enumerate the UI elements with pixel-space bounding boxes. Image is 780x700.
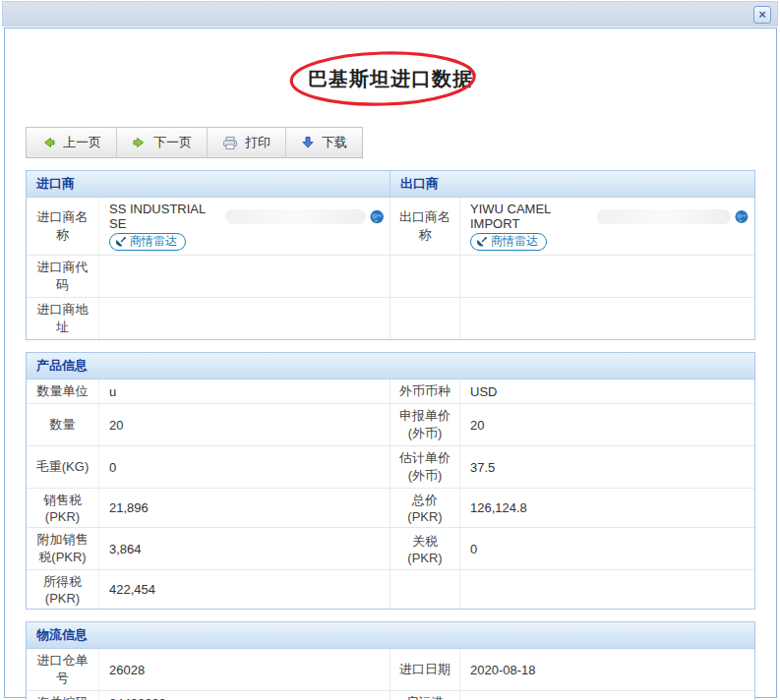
field-value: 0: [99, 445, 390, 488]
field-value: USD: [460, 379, 754, 403]
field-label: 总价(PKR): [390, 488, 460, 527]
field-label: 外币币种: [390, 379, 460, 403]
logistics-section: 物流信息 进口仓单号 26028 进口日期 2020-08-18 海关编码 84…: [26, 621, 755, 700]
logistics-table: 进口仓单号 26028 进口日期 2020-08-18 海关编码 8449000…: [27, 649, 754, 700]
dialog-window: × 巴基斯坦进口数据 上一页 下一页: [0, 0, 780, 700]
prev-page-label: 上一页: [63, 134, 101, 151]
product-info-section: 产品信息 数量单位 u 外币币种 USD 数量 20 申报单价(外币) 20 毛…: [26, 352, 755, 610]
product-info-table: 数量单位 u 外币币种 USD 数量 20 申报单价(外币) 20 毛重(KG)…: [27, 379, 754, 609]
field-label: 毛重(KG): [27, 445, 99, 488]
importer-exporter-headers: 进口商 出口商: [27, 171, 754, 198]
field-label: 进口日期: [390, 649, 460, 690]
field-label: 数量: [27, 403, 99, 445]
importer-exporter-section: 进口商 出口商 进口商名称 SS INDUSTRIAL SE: [26, 170, 755, 340]
importer-code-value: [99, 255, 390, 297]
field-value: 3,864: [99, 527, 390, 569]
field-label: 估计单价(外币): [390, 445, 460, 488]
dialog-content: 巴基斯坦进口数据 上一页 下一页 打印: [4, 28, 777, 698]
field-value: 26028: [99, 649, 390, 690]
importer-radar-badge[interactable]: 商情雷达: [109, 233, 186, 251]
dialog-titlebar: ×: [2, 1, 778, 27]
importer-address-label: 进口商地址: [27, 297, 99, 339]
exporter-section-title: 出口商: [390, 171, 754, 197]
exporter-empty-value: [460, 297, 754, 339]
field-label: 启运港: [390, 690, 460, 700]
importer-code-label: 进口商代码: [27, 255, 99, 297]
toolbar: 上一页 下一页 打印 下载: [26, 127, 363, 158]
importer-name-cell: SS INDUSTRIAL SE: [99, 198, 390, 255]
field-label: 附加销售税(PKR): [27, 527, 99, 569]
importer-name-value: SS INDUSTRIAL SE: [109, 202, 221, 231]
printer-icon: [222, 136, 238, 150]
exporter-name-cell: YIWU CAMEL IMPORT: [460, 198, 754, 255]
field-label: [390, 569, 460, 609]
field-value: 20: [460, 403, 754, 445]
field-label: 申报单价(外币): [390, 403, 460, 445]
importer-address-value: [99, 297, 390, 339]
field-value: 84490000: [99, 690, 390, 700]
close-icon[interactable]: ×: [753, 6, 771, 24]
field-value: 21,896: [99, 488, 390, 527]
exporter-radar-label: 商情雷达: [491, 234, 538, 249]
next-page-button[interactable]: 下一页: [117, 128, 208, 157]
importer-name-label: 进口商名称: [27, 198, 99, 255]
exporter-name-value: YIWU CAMEL IMPORT: [470, 202, 593, 231]
radar-icon: [476, 236, 488, 248]
arrow-down-icon: [301, 136, 315, 149]
field-value: [460, 569, 754, 609]
field-value: 422,454: [99, 569, 390, 609]
field-value: 126,124.8: [460, 488, 754, 527]
field-label: 进口仓单号: [27, 649, 99, 690]
importer-section-title: 进口商: [27, 171, 390, 197]
exporter-empty-value: [460, 255, 754, 297]
product-section-title: 产品信息: [27, 353, 754, 379]
importer-exporter-table: 进口商名称 SS INDUSTRIAL SE: [27, 198, 754, 339]
exporter-name-label: 出口商名称: [390, 198, 460, 255]
exporter-empty-label: [390, 297, 460, 339]
page-title: 巴基斯坦进口数据: [308, 66, 473, 92]
field-value: 0: [460, 527, 754, 569]
importer-radar-label: 商情雷达: [130, 234, 177, 249]
print-label: 打印: [245, 134, 270, 151]
arrow-right-icon: [132, 136, 147, 149]
radar-icon: [115, 236, 127, 248]
arrow-left-icon: [41, 136, 56, 149]
field-label: 海关编码: [27, 690, 99, 700]
field-label: 所得税(PKR): [27, 569, 99, 609]
field-value: u: [99, 379, 390, 403]
exporter-empty-label: [390, 255, 460, 297]
globe-icon[interactable]: [370, 209, 384, 224]
prev-page-button[interactable]: 上一页: [27, 128, 117, 157]
download-button[interactable]: 下载: [286, 128, 362, 157]
field-label: 关税(PKR): [390, 527, 460, 569]
logistics-section-title: 物流信息: [27, 622, 754, 649]
exporter-radar-badge[interactable]: 商情雷达: [470, 233, 547, 251]
redaction-blur: [597, 209, 731, 224]
field-value: 20: [99, 403, 390, 445]
field-value: [460, 690, 754, 700]
download-label: 下载: [322, 134, 347, 151]
field-value: 2020-08-18: [460, 649, 754, 690]
page-title-area: 巴基斯坦进口数据: [26, 48, 755, 109]
print-button[interactable]: 打印: [208, 128, 286, 157]
field-value: 37.5: [460, 445, 754, 488]
field-label: 数量单位: [27, 379, 99, 403]
next-page-label: 下一页: [153, 134, 192, 151]
redaction-blur: [225, 209, 365, 224]
globe-icon[interactable]: [735, 209, 749, 224]
field-label: 销售税(PKR): [27, 488, 99, 527]
